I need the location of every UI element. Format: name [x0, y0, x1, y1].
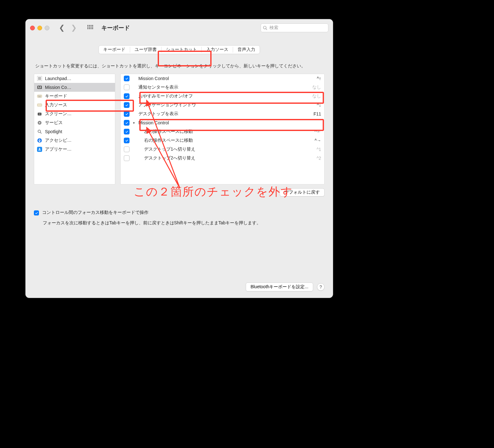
svg-point-36: [39, 122, 40, 123]
svg-rect-11: [92, 28, 93, 29]
segmented-control: キーボードユーザ辞書ショートカット入力ソース音声入力: [98, 45, 260, 54]
app-icon: [37, 146, 42, 152]
help-button[interactable]: ?: [317, 283, 325, 291]
svg-rect-3: [92, 25, 93, 26]
tab-2[interactable]: ショートカット: [162, 46, 201, 54]
svg-rect-28: [39, 96, 40, 96]
svg-rect-10: [91, 28, 92, 29]
svg-point-37: [38, 130, 41, 133]
back-button[interactable]: ❮: [59, 24, 65, 32]
shortcut-key[interactable]: ^↓: [317, 103, 321, 108]
forward-button[interactable]: ❯: [71, 24, 77, 32]
svg-point-16: [38, 78, 39, 79]
shortcut-checkbox[interactable]: [124, 146, 130, 152]
screenshot-icon: [37, 111, 42, 117]
category-5[interactable]: サービス: [34, 118, 115, 127]
category-label: Spotlight: [45, 129, 112, 134]
category-3[interactable]: 入力ソース: [34, 101, 115, 109]
svg-rect-23: [38, 86, 39, 87]
shortcut-checkbox[interactable]: [124, 155, 130, 161]
category-label: キーボード: [45, 93, 112, 99]
shortcut-key[interactable]: ^2: [317, 156, 321, 161]
svg-rect-26: [37, 95, 42, 97]
window-toolbar: ❮ ❯ キーボード 検索: [26, 19, 333, 36]
svg-rect-0: [87, 25, 88, 26]
tab-0[interactable]: キーボード: [99, 46, 130, 54]
svg-point-20: [39, 79, 40, 80]
svg-point-40: [39, 139, 40, 140]
shortcut-checkbox[interactable]: [124, 93, 130, 99]
shortcut-key[interactable]: なし: [312, 93, 321, 99]
tab-bar: キーボードユーザ辞書ショートカット入力ソース音声入力: [26, 36, 333, 59]
launchpad-icon: [37, 76, 42, 81]
svg-line-43: [147, 100, 180, 188]
keyboard-icon: [37, 93, 42, 99]
svg-rect-6: [91, 27, 92, 28]
shortcut-checkbox[interactable]: [124, 129, 130, 134]
shortcut-checkbox[interactable]: [124, 111, 130, 117]
close-button[interactable]: [30, 26, 35, 30]
svg-point-14: [39, 77, 40, 78]
minimize-button[interactable]: [37, 26, 42, 30]
accessibility-icon: [37, 138, 42, 143]
svg-point-19: [38, 79, 39, 80]
shortcut-checkbox[interactable]: [124, 120, 130, 126]
svg-rect-29: [40, 96, 40, 96]
tab-1[interactable]: ユーザ辞書: [130, 46, 161, 54]
svg-rect-24: [40, 86, 41, 87]
shortcut-row-0[interactable]: Mission Control^↑: [121, 74, 324, 83]
tab-3[interactable]: 入力ソース: [202, 46, 233, 54]
category-8[interactable]: アプリケー…: [34, 145, 115, 154]
category-4[interactable]: スクリーン…: [34, 109, 115, 118]
category-1[interactable]: Mission Co…: [34, 83, 115, 92]
shortcut-checkbox[interactable]: [124, 84, 130, 90]
spotlight-icon: [37, 129, 42, 134]
apps-grid-icon[interactable]: [87, 25, 93, 31]
svg-point-15: [40, 77, 41, 78]
shortcut-checkbox[interactable]: [124, 102, 130, 108]
keyboard-focus-checkbox[interactable]: [34, 210, 39, 215]
svg-rect-1: [89, 25, 90, 26]
svg-rect-25: [38, 88, 41, 88]
services-icon: [37, 120, 42, 126]
svg-line-38: [40, 132, 41, 134]
category-list[interactable]: Launchpad…Mission Co…キーボード入力ソーススクリーン…サービ…: [34, 74, 115, 184]
svg-rect-31: [38, 96, 41, 97]
category-6[interactable]: Spotlight: [34, 127, 115, 136]
shortcut-key[interactable]: ^↑: [317, 76, 321, 81]
shortcut-label: Mission Control: [138, 76, 314, 81]
traffic-lights: [30, 26, 49, 30]
keyboard-focus-hint: フォーカスを次に移動するときはTabキーを押し、前に戻すときはShiftキーを押…: [43, 219, 325, 227]
category-0[interactable]: Launchpad…: [34, 74, 115, 83]
shortcut-row-1[interactable]: 通知センターを表示なし: [121, 83, 324, 92]
shortcut-key[interactable]: ^1: [317, 147, 321, 152]
category-label: サービス: [45, 120, 112, 126]
annotation-arrow: [139, 96, 183, 188]
instruction-text: ショートカットを変更するには、ショートカットを選択し、キーコンビネーションをクリ…: [34, 60, 325, 74]
shortcut-key[interactable]: なし: [312, 84, 321, 90]
svg-rect-42: [38, 150, 41, 151]
svg-point-13: [38, 77, 39, 78]
shortcut-checkbox[interactable]: [124, 76, 130, 81]
category-label: Mission Co…: [45, 85, 112, 90]
shortcut-checkbox[interactable]: [124, 138, 130, 143]
shortcut-key[interactable]: ^←: [314, 129, 321, 134]
shortcut-key[interactable]: F11: [314, 111, 321, 116]
search-field[interactable]: 検索: [261, 23, 328, 32]
category-label: 入力ソース: [45, 102, 112, 108]
category-label: アプリケー…: [45, 146, 112, 152]
shortcut-key[interactable]: ^→: [314, 138, 321, 143]
svg-point-34: [39, 113, 41, 115]
category-7[interactable]: アクセシビ…: [34, 136, 115, 145]
disclosure-icon: ▾: [132, 121, 136, 125]
category-2[interactable]: キーボード: [34, 92, 115, 101]
zoom-button[interactable]: [45, 26, 49, 30]
keyboard-focus-label: コントロール間のフォーカス移動をキーボードで操作: [42, 210, 149, 215]
bluetooth-keyboard-button[interactable]: Bluetoothキーボードを設定...: [246, 283, 313, 291]
window-title: キーボード: [101, 24, 130, 32]
svg-line-44: [147, 128, 180, 188]
shortcut-label: 通知センターを表示: [138, 84, 310, 90]
input-icon: [37, 102, 42, 108]
tab-4[interactable]: 音声入力: [233, 46, 260, 54]
svg-rect-30: [41, 96, 41, 96]
